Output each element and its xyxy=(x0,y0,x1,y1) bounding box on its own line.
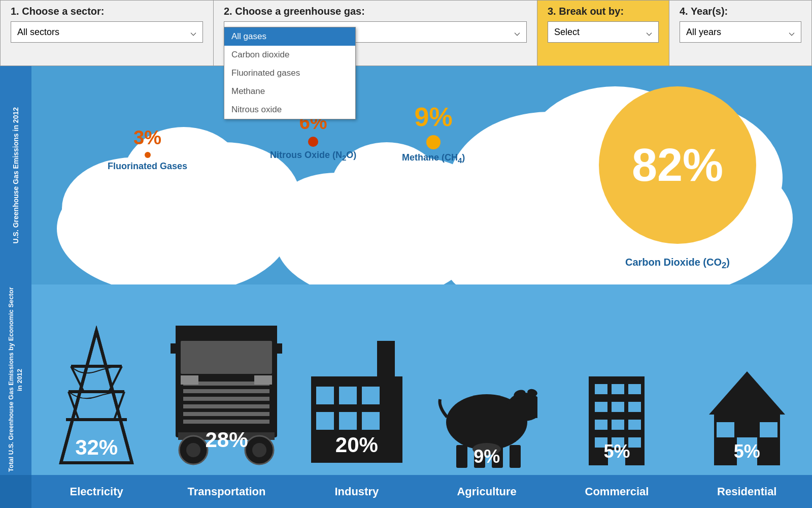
sector-labels: Electricity Transportation Industry Agri… xyxy=(31,475,812,508)
svg-rect-66 xyxy=(628,384,641,394)
step4-label: 4. Year(s): xyxy=(680,6,801,17)
svg-line-24 xyxy=(109,366,122,392)
residential-icon: 5% xyxy=(706,366,788,470)
svg-point-15 xyxy=(481,226,557,282)
svg-point-44 xyxy=(252,443,266,457)
label-agriculture: Agriculture xyxy=(422,475,552,508)
step2-section: 2. Choose a greenhouse gas: All gases ⌵ … xyxy=(214,1,537,66)
electricity-icon: 32% xyxy=(41,326,152,470)
breakout-value: Select xyxy=(554,27,580,38)
fluorinated-dot xyxy=(145,152,151,158)
top-area: 3% Fluorinated Gases 6% Nitrous Oxide (N… xyxy=(31,66,812,284)
svg-rect-31 xyxy=(183,397,269,401)
sector-select[interactable]: All sectors ⌵ xyxy=(11,21,203,43)
nitrous-label: Nitrous Oxide (N2O) xyxy=(270,150,356,162)
svg-rect-71 xyxy=(612,420,624,430)
svg-rect-34 xyxy=(183,420,269,424)
agriculture-icon: 9% xyxy=(436,356,537,470)
gas-option-co2[interactable]: Carbon dioxide xyxy=(224,46,355,64)
breakout-select[interactable]: Select ⌵ xyxy=(548,21,659,43)
bottom-label-text: Total U.S. Greenhouse Gas Emissions by E… xyxy=(7,284,24,475)
gas-fluorinated: 3% Fluorinated Gases xyxy=(108,127,187,172)
svg-rect-50 xyxy=(316,412,334,430)
sectors-container: 32% xyxy=(31,284,812,475)
co2-circle: 82% xyxy=(599,86,756,244)
step2-label: 2. Choose a greenhouse gas: xyxy=(224,6,527,17)
svg-rect-72 xyxy=(628,420,641,430)
bottom-labels-bar: Electricity Transportation Industry Agri… xyxy=(0,475,812,508)
sector-residential: 5% xyxy=(682,366,812,475)
label-transportation: Transportation xyxy=(161,475,291,508)
svg-rect-69 xyxy=(628,402,641,412)
electricity-pct: 32% xyxy=(75,435,118,460)
top-row: U.S. Greenhouse Gas Emissions in 2012 xyxy=(0,66,812,284)
top-side-label: U.S. Greenhouse Gas Emissions in 2012 xyxy=(0,66,31,284)
svg-marker-78 xyxy=(709,371,785,415)
chevron-down-icon: ⌵ xyxy=(646,26,652,38)
svg-rect-37 xyxy=(254,375,272,385)
svg-rect-61 xyxy=(510,445,521,468)
methane-pct: 9% xyxy=(415,102,453,132)
svg-rect-39 xyxy=(171,343,177,354)
gas-option-allgases[interactable]: All gases xyxy=(224,27,355,46)
bottom-side-label: Total U.S. Greenhouse Gas Emissions by E… xyxy=(0,284,31,475)
main: U.S. Greenhouse Gas Emissions in 2012 xyxy=(0,66,812,508)
year-select[interactable]: All years ⌵ xyxy=(680,21,801,43)
bottom-area: 32% xyxy=(31,284,812,475)
svg-rect-47 xyxy=(316,387,334,404)
co2-label-container: Carbon Dioxide (CO2) xyxy=(591,257,764,271)
industry-icon: 20% xyxy=(306,336,408,470)
svg-rect-80 xyxy=(717,422,734,437)
svg-rect-33 xyxy=(183,412,269,416)
gas-option-nitrous[interactable]: Nitrous oxide xyxy=(224,101,355,119)
chevron-down-icon: ⌵ xyxy=(514,26,520,38)
sector-value: All sectors xyxy=(17,27,59,38)
co2-pct: 82% xyxy=(632,142,723,188)
agriculture-pct: 9% xyxy=(473,446,500,467)
svg-rect-28 xyxy=(176,326,277,341)
svg-rect-68 xyxy=(612,402,624,412)
year-value: All years xyxy=(686,27,721,38)
nitrous-dot xyxy=(308,137,318,147)
svg-line-23 xyxy=(71,366,84,392)
step4-section: 4. Year(s): All years ⌵ xyxy=(669,1,811,66)
svg-rect-40 xyxy=(276,343,282,354)
label-industry: Industry xyxy=(292,475,422,508)
svg-rect-81 xyxy=(760,422,777,437)
gas-option-fluorinated[interactable]: Fluorinated gases xyxy=(224,64,355,82)
transportation-icon: 28% xyxy=(171,321,282,470)
sector-agriculture: 9% xyxy=(422,356,552,475)
step1-label: 1. Choose a sector: xyxy=(11,6,203,17)
svg-rect-58 xyxy=(456,445,467,468)
svg-rect-48 xyxy=(339,387,357,404)
label-commercial: Commercial xyxy=(552,475,682,508)
chevron-down-icon: ⌵ xyxy=(789,26,795,38)
residential-pct: 5% xyxy=(734,441,760,462)
sector-electricity: 32% xyxy=(31,326,161,475)
commercial-pct: 5% xyxy=(603,441,630,462)
bottom-bar-spacer xyxy=(0,475,31,508)
svg-rect-35 xyxy=(181,341,272,374)
chevron-down-icon: ⌵ xyxy=(190,26,196,38)
gas-option-methane[interactable]: Methane xyxy=(224,82,355,101)
sector-commercial: 5% xyxy=(552,366,682,475)
transportation-pct: 28% xyxy=(205,428,248,452)
methane-label: Methane (CH4) xyxy=(402,152,465,165)
fluorinated-label: Fluorinated Gases xyxy=(108,161,187,172)
industry-pct: 20% xyxy=(335,433,378,457)
header: 1. Choose a sector: All sectors ⌵ 2. Cho… xyxy=(0,0,812,66)
svg-rect-36 xyxy=(181,375,198,385)
label-electricity: Electricity xyxy=(31,475,161,508)
gas-methane: 9% Methane (CH4) xyxy=(402,102,465,165)
svg-rect-32 xyxy=(183,404,269,408)
svg-point-42 xyxy=(186,443,200,457)
svg-rect-65 xyxy=(612,384,624,394)
gas-dropdown: All gases Carbon dioxide Fluorinated gas… xyxy=(224,27,356,119)
svg-rect-75 xyxy=(628,437,641,448)
svg-rect-70 xyxy=(595,420,607,430)
fluorinated-pct: 3% xyxy=(133,127,161,149)
sector-transportation: 28% xyxy=(161,321,291,475)
commercial-icon: 5% xyxy=(584,366,650,470)
svg-rect-51 xyxy=(339,412,357,430)
svg-rect-52 xyxy=(362,412,380,430)
